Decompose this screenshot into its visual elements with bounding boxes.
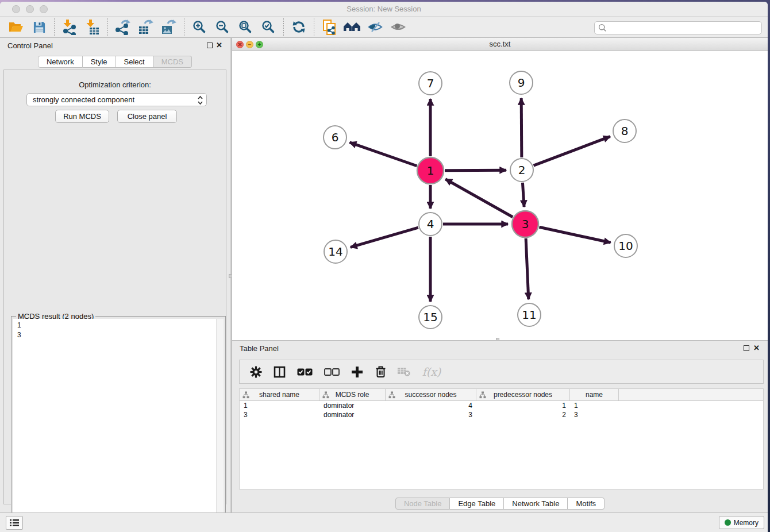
tab-motifs[interactable]: Motifs xyxy=(568,498,605,510)
show-eye-icon[interactable] xyxy=(387,18,410,36)
toolbar-separator xyxy=(107,18,108,36)
table-cell[interactable]: dominator xyxy=(319,410,386,419)
memory-label: Memory xyxy=(734,519,759,527)
refresh-view-icon[interactable] xyxy=(287,18,310,36)
memory-status-icon xyxy=(725,519,731,526)
table-row[interactable]: 3dominator323 xyxy=(240,410,763,419)
search-input[interactable] xyxy=(594,21,762,34)
column-header-shared-name[interactable]: shared name xyxy=(240,389,319,400)
zoom-fit-icon[interactable] xyxy=(234,18,257,36)
graph-edge-3-11[interactable] xyxy=(526,238,529,299)
table-row[interactable]: 1dominator411 xyxy=(240,401,763,410)
table-cell[interactable]: 3 xyxy=(570,410,619,419)
graph-edge-2-8[interactable] xyxy=(534,137,610,166)
tab-network[interactable]: Network xyxy=(38,56,83,68)
add-column-icon[interactable] xyxy=(350,364,364,379)
mcds-result-text[interactable]: 13 xyxy=(13,319,216,531)
graph-edge-2-9[interactable] xyxy=(521,98,522,157)
function-builder-icon[interactable]: f(x) xyxy=(421,364,442,379)
select-stepper-icon xyxy=(197,95,204,107)
graph-edge-1-6[interactable] xyxy=(349,142,417,166)
table-panel: Table Panel ✕ xyxy=(232,340,768,512)
zoom-out-icon[interactable] xyxy=(211,18,234,36)
tab-node-table[interactable]: Node Table xyxy=(395,498,451,510)
mcds-result-group: MCDS result (2 nodes) 13 xyxy=(11,316,226,532)
select-all-columns-icon[interactable] xyxy=(296,364,313,379)
tab-style[interactable]: Style xyxy=(83,56,116,68)
column-header-MCDS-role[interactable]: MCDS role xyxy=(319,389,386,400)
float-panel-icon[interactable] xyxy=(207,43,213,48)
table-panel-header: Table Panel ✕ xyxy=(232,341,768,356)
close-panel-button[interactable]: Close panel xyxy=(117,110,177,123)
graph-edge-1-2[interactable] xyxy=(445,170,506,171)
table-cell[interactable]: 3 xyxy=(240,410,319,419)
table-settings-icon[interactable] xyxy=(249,364,263,379)
export-network-icon[interactable] xyxy=(111,18,134,36)
table-cell[interactable]: 4 xyxy=(386,401,476,410)
toolbar-separator xyxy=(54,18,55,36)
task-history-button[interactable] xyxy=(6,516,23,530)
float-table-panel-icon[interactable] xyxy=(744,345,749,351)
tab-select[interactable]: Select xyxy=(116,56,153,68)
table-header-row: shared nameMCDS rolesuccessor nodesprede… xyxy=(240,389,763,401)
open-session-icon[interactable] xyxy=(5,18,28,36)
graph-node-label-4: 4 xyxy=(427,217,434,231)
import-network-icon[interactable] xyxy=(58,18,81,36)
table-cell[interactable]: 1 xyxy=(240,401,319,410)
save-session-icon[interactable] xyxy=(28,18,51,36)
zoom-in-icon[interactable] xyxy=(188,18,211,36)
column-layout-icon[interactable] xyxy=(272,364,286,379)
search-icon xyxy=(598,24,607,32)
close-table-panel-icon[interactable]: ✕ xyxy=(753,344,760,352)
column-header-name[interactable]: name xyxy=(570,389,619,400)
result-scrollbar[interactable] xyxy=(216,319,224,531)
graph-node-label-1: 1 xyxy=(427,164,434,178)
graph-edge-4-14[interactable] xyxy=(351,228,418,247)
control-panel: Control Panel ✕ NetworkStyleSelectMCDS O… xyxy=(0,38,230,512)
optimization-criterion-label: Optimization criterion: xyxy=(4,80,226,89)
delete-table-icon[interactable] xyxy=(397,364,411,379)
home-layout-icon[interactable] xyxy=(341,18,364,36)
graph-node-label-10: 10 xyxy=(618,239,633,253)
zoom-selected-icon[interactable] xyxy=(257,18,280,36)
export-image-icon[interactable] xyxy=(157,18,180,36)
import-table-icon[interactable] xyxy=(81,18,104,36)
mcds-panel-body: Optimization criterion: strongly connect… xyxy=(3,70,226,504)
memory-button[interactable]: Memory xyxy=(719,516,764,529)
tab-network-table[interactable]: Network Table xyxy=(504,498,568,510)
graph-edge-3-10[interactable] xyxy=(539,227,610,242)
network-canvas[interactable]: 7968124314101511 xyxy=(232,51,768,340)
criterion-select[interactable]: strongly connected component xyxy=(26,93,207,106)
network-view-window: ✕ − + scc.txt 7968124314101511 xyxy=(232,38,768,340)
graph-node-label-8: 8 xyxy=(621,124,629,138)
control-panel-tabs: NetworkStyleSelectMCDS xyxy=(0,56,230,68)
graph-edge-2-3[interactable] xyxy=(522,183,524,207)
table-cell[interactable]: 1 xyxy=(570,401,619,410)
export-table-icon[interactable] xyxy=(134,18,157,36)
hide-eye-icon[interactable] xyxy=(364,18,387,36)
table-toolbar: f(x) xyxy=(239,360,764,384)
node-table: shared nameMCDS rolesuccessor nodesprede… xyxy=(239,388,764,489)
run-mcds-button[interactable]: Run MCDS xyxy=(55,110,109,123)
table-cell[interactable]: 3 xyxy=(386,410,476,419)
table-panel-tabs: Node TableEdge TableNetwork TableMotifs xyxy=(232,498,768,510)
tab-mcds[interactable]: MCDS xyxy=(153,56,192,68)
toolbar-separator xyxy=(184,18,184,36)
title-bar: Session: New Session xyxy=(0,2,768,16)
graph-edge-3-1[interactable] xyxy=(445,179,513,217)
criterion-value: strongly connected component xyxy=(33,95,134,104)
network-window-titlebar: ✕ − + scc.txt xyxy=(232,38,768,51)
table-cell[interactable]: 2 xyxy=(476,410,570,419)
delete-column-icon[interactable] xyxy=(374,364,387,379)
clone-network-icon[interactable] xyxy=(318,18,341,36)
column-header-successor-nodes[interactable]: successor nodes xyxy=(386,389,476,400)
graph-node-label-2: 2 xyxy=(518,163,526,177)
close-panel-icon[interactable]: ✕ xyxy=(216,41,222,49)
table-cell[interactable]: dominator xyxy=(319,401,386,410)
tab-edge-table[interactable]: Edge Table xyxy=(450,498,504,510)
graph-node-label-14: 14 xyxy=(328,245,342,259)
column-header-predecessor-nodes[interactable]: predecessor nodes xyxy=(476,389,570,400)
table-cell[interactable]: 1 xyxy=(476,401,570,410)
list-icon xyxy=(9,518,20,527)
deselect-all-columns-icon[interactable] xyxy=(323,364,340,379)
